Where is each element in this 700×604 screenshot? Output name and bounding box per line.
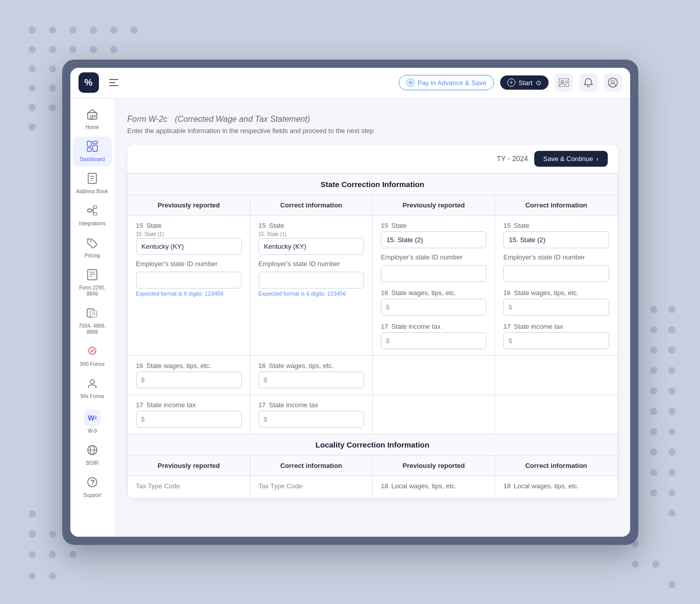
field17-input-3[interactable] [136, 411, 242, 428]
sidebar-home-label: Home [86, 124, 99, 130]
col-header-correct-info-2: Correct information [495, 195, 617, 215]
field15-dropdown2-select[interactable]: Kentucky (KY) Alabama (AL) Alaska (AK) [258, 238, 364, 255]
field15-name-3: State [391, 222, 406, 229]
w9-icon: W2 [84, 410, 100, 426]
locality-col-correct-info-1: Correct information [250, 455, 372, 476]
sidebar-item-boir[interactable]: BOIR [73, 440, 112, 470]
field15-num-2: 15 [258, 222, 266, 229]
currency-symbol-5: $ [141, 376, 145, 384]
save-continue-button[interactable]: Save & Continue › [534, 151, 608, 167]
form-7004-icon [87, 307, 98, 321]
sidebar-item-pricing[interactable]: Pricing [73, 233, 112, 263]
locality-correction-header-row: Locality Correction Information [127, 434, 617, 455]
sidebar-item-w9[interactable]: W2 W-9 [73, 406, 112, 438]
sidebar-pricing-label: Pricing [85, 253, 100, 259]
field18-name-1: Local wages, tips, etc. [391, 482, 456, 490]
field16-name-3: State wages, tips, etc. [146, 362, 211, 370]
state-correction-title: State Correction Information [127, 173, 617, 195]
field15-prev-reported-1-cell: 15 State 15. State (1) Kentucky (KY) Ala… [127, 215, 250, 355]
employer-state-id-input-4[interactable] [503, 265, 609, 282]
field15-num-1: 15 [136, 222, 143, 229]
pricing-icon [87, 237, 98, 251]
svg-rect-22 [88, 270, 97, 280]
field15-dropdown4-wrapper: 15. State (2) Alabama (AL) Alaska (AK) [503, 231, 609, 248]
col-header-correct-info-1: Correct information [250, 195, 372, 215]
field15-dropdown3-select[interactable]: 15. State (2) Alabama (AL) Alaska (AK) [381, 231, 486, 248]
field16-input-2[interactable] [503, 299, 609, 316]
app-logo: % [79, 72, 99, 93]
field18-num-1: 18 [381, 482, 388, 490]
svg-rect-11 [93, 141, 97, 144]
sidebar-item-7004[interactable]: 7004, 4868, 8868 [73, 303, 112, 339]
state-correction-header-row: State Correction Information [127, 173, 617, 195]
user-avatar-icon[interactable] [604, 73, 622, 92]
col-header-row: Previously reported Correct information … [127, 195, 617, 215]
address-book-icon [87, 173, 97, 187]
start-label: Start [518, 79, 532, 87]
save-continue-label: Save & Continue [543, 155, 593, 163]
field15-dropdown4-select[interactable]: 15. State (2) Alabama (AL) Alaska (AK) [503, 231, 609, 248]
start-button[interactable]: + Start ⊙ [500, 75, 548, 90]
employer-state-id-input-2[interactable] [258, 272, 364, 288]
topbar: % ⊕ Pay in Advance & Save + Start ⊙ [70, 68, 630, 98]
sidebar: Home Dashboard Address Book [70, 98, 115, 537]
field17-num-3: 17 [136, 401, 143, 409]
field17-input-1[interactable] [381, 332, 486, 349]
sidebar-boir-label: BOIR [86, 460, 98, 466]
field15-dropdown3-wrapper: 15. State (2) Alabama (AL) Alaska (AK) [381, 231, 486, 248]
sidebar-item-home[interactable]: Home [73, 104, 112, 135]
locality-col-prev-reported-2: Previously reported [373, 455, 495, 476]
sidebar-support-label: Support [83, 492, 101, 498]
col-header-prev-reported-1: Previously reported [127, 195, 250, 215]
field17-correct-info-cell: 17 State income tax $ [250, 395, 372, 434]
field16-correct-info-cell: 16 State wages, tips, etc. $ [250, 355, 372, 395]
window-inner: % ⊕ Pay in Advance & Save + Start ⊙ [70, 68, 630, 537]
field15-dropdown1-label: 15. State (1) [136, 231, 242, 237]
pay-advance-button[interactable]: ⊕ Pay in Advance & Save [399, 75, 494, 90]
locality-correction-title: Locality Correction Information [127, 434, 617, 455]
state-correction-table: State Correction Information Previously … [127, 173, 618, 498]
pay-advance-plus-icon: ⊕ [406, 78, 414, 87]
field15-dropdown2-wrapper: 15. State (1) Kentucky (KY) Alabama (AL)… [258, 231, 364, 255]
page-subtitle: Enter the applicable information in the … [127, 127, 618, 135]
field15-num-3: 15 [381, 222, 388, 229]
field15-dropdown1-wrapper: 15. State (1) Kentucky (KY) Alabama (AL)… [136, 231, 242, 255]
locality-col-correct-info-2: Correct information [495, 455, 617, 476]
profile-card-icon[interactable] [555, 73, 573, 92]
field16-input-1[interactable] [381, 299, 486, 316]
svg-point-6 [611, 80, 614, 83]
sidebar-item-dashboard[interactable]: Dashboard [73, 137, 112, 167]
empty-cell-3 [373, 395, 495, 434]
sidebar-item-form-2290[interactable]: Form 2290, 8849 [73, 265, 112, 301]
svg-point-1 [561, 81, 563, 83]
field16-input-4[interactable] [258, 372, 364, 388]
employer-state-id-input-3[interactable] [381, 265, 486, 282]
field15-dropdown1-select[interactable]: Kentucky (KY) Alabama (AL) Alaska (AK) [136, 238, 242, 255]
field17-input-4[interactable] [258, 411, 364, 428]
menu-icon[interactable] [109, 79, 118, 86]
svg-point-30 [90, 380, 94, 384]
field16-prev-reported-cell: 16 State wages, tips, etc. $ [127, 355, 250, 395]
currency-symbol-3: $ [508, 303, 512, 311]
sidebar-item-integrations[interactable]: Integrations [73, 201, 112, 231]
employer-state-id-input-1[interactable] [136, 272, 242, 288]
sidebar-item-990[interactable]: 990 Forms [73, 342, 112, 372]
field15-dropdown2-label: 15. State (1) [258, 231, 364, 237]
svg-text:?: ? [91, 478, 95, 486]
notification-bell-icon[interactable] [579, 73, 598, 92]
main-layout: Home Dashboard Address Book [70, 98, 630, 537]
form-94x-icon: 2 [87, 378, 98, 391]
form-card-header: TY - 2024 Save & Continue › [127, 145, 618, 173]
sidebar-item-support[interactable]: ? Support [73, 472, 112, 503]
currency-symbol-8: $ [264, 415, 267, 423]
field18-name-2: Local wages, tips, etc. [514, 482, 579, 490]
sidebar-item-94x[interactable]: 2 94x Forms [73, 374, 112, 404]
field16-input-3[interactable] [136, 372, 242, 388]
sidebar-item-address-book[interactable]: Address Book [73, 169, 112, 199]
field15-name-2: State [269, 222, 284, 229]
support-icon: ? [87, 477, 98, 490]
field17-input-2[interactable] [503, 332, 609, 349]
form-card: TY - 2024 Save & Continue › State Correc… [127, 145, 618, 498]
field16-name-2: State wages, tips, etc. [514, 289, 579, 297]
save-continue-arrow-icon: › [596, 155, 598, 163]
